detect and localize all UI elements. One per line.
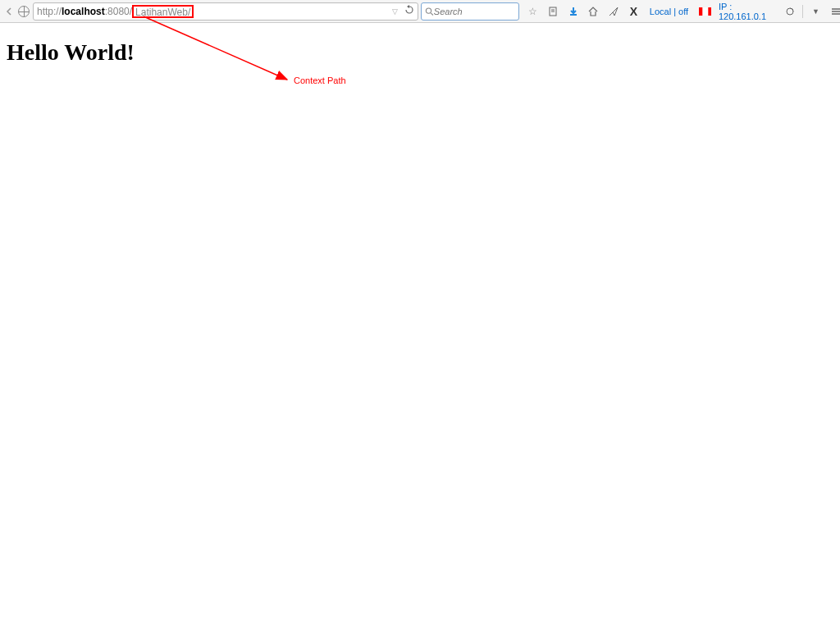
annotation-arrow xyxy=(0,0,840,164)
svg-line-10 xyxy=(144,16,287,80)
annotation-label: Context Path xyxy=(294,75,346,85)
